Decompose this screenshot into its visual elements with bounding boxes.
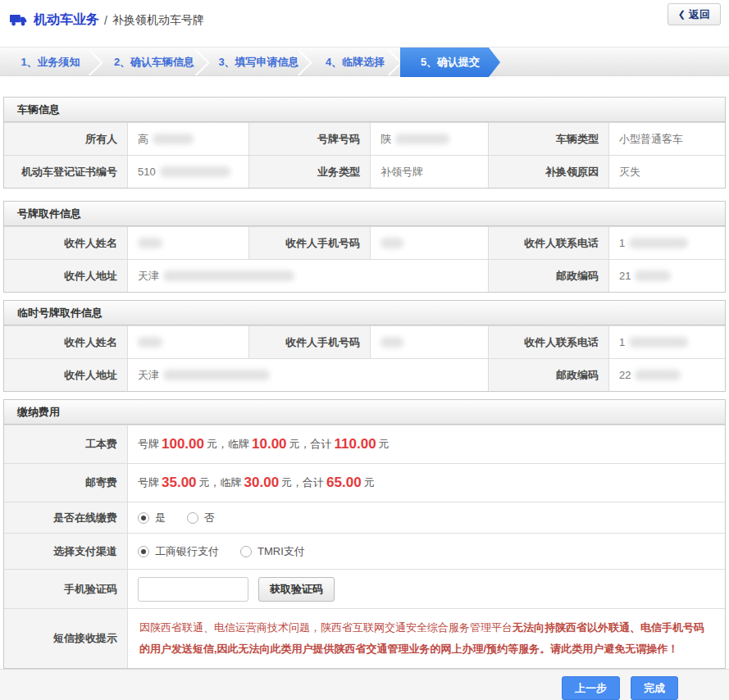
redacted-text xyxy=(160,166,230,177)
step-5-confirm-submit[interactable]: 5、确认提交 xyxy=(400,48,500,77)
step-2-confirm-vehicle[interactable]: 2、确认车辆信息 xyxy=(101,48,207,77)
temp-recipient-mobile-value xyxy=(370,326,488,358)
table-row: 收件人地址 天津 邮政编码 22 xyxy=(4,358,725,391)
registration-cert-value: 510 xyxy=(127,156,248,188)
temp-recipient-name-value xyxy=(127,326,248,358)
redacted-text xyxy=(163,270,294,281)
temp-postage-amount: 30.00 xyxy=(242,475,282,491)
radio-checked-icon[interactable] xyxy=(138,546,149,557)
pay-channel-options: 工商银行支付 TMRI支付 xyxy=(127,534,725,569)
redacted-text xyxy=(380,337,403,348)
online-pay-yes-option[interactable]: 是 xyxy=(138,511,166,525)
redacted-text xyxy=(635,370,681,380)
table-row: 选择支付渠道 工商银行支付 TMRI支付 xyxy=(4,533,725,569)
recipient-name-value xyxy=(127,227,248,259)
plate-number-value: 陕 xyxy=(370,123,488,155)
reason-label: 补换领原因 xyxy=(488,156,608,188)
temp-recipient-mobile-label: 收件人手机号码 xyxy=(248,326,370,358)
temp-recipient-address-label: 收件人地址 xyxy=(4,359,127,391)
registration-cert-label: 机动车登记证书编号 xyxy=(4,156,127,188)
fees-section: 缴纳费用 工本费 号牌100.00元，临牌10.00元，合计110.00元 邮寄… xyxy=(3,399,726,669)
sms-code-input[interactable] xyxy=(138,577,248,602)
page-header: 机动车业务 / 补换领机动车号牌 ❮ 返回 xyxy=(0,0,729,33)
recipient-mobile-label: 收件人手机号码 xyxy=(248,227,370,259)
table-row: 收件人姓名 收件人手机号码 收件人联系电话 1 xyxy=(4,226,725,259)
page-title: 补换领机动车号牌 xyxy=(112,13,204,28)
vehicle-type-value: 小型普通客车 xyxy=(608,123,725,155)
redacted-text xyxy=(153,134,194,144)
table-row: 是否在线缴费 是 否 xyxy=(4,502,725,533)
step-3-fill-application[interactable]: 3、填写申请信息 xyxy=(207,48,310,77)
table-row: 邮寄费 号牌35.00元，临牌30.00元，合计65.00元 xyxy=(4,463,725,502)
temp-recipient-phone-value: 1 xyxy=(608,326,725,358)
table-row: 手机验证码 获取验证码 xyxy=(4,569,725,608)
temp-recipient-name-label: 收件人姓名 xyxy=(4,326,127,358)
get-code-button[interactable]: 获取验证码 xyxy=(258,577,335,602)
plate-cost-amount: 100.00 xyxy=(159,436,207,452)
sms-tip-label: 短信接收提示 xyxy=(4,609,127,668)
table-row: 机动车登记证书编号 510 业务类型 补领号牌 补换领原因 灭失 xyxy=(4,155,725,188)
business-type-label: 业务类型 xyxy=(248,156,370,188)
step-4-temp-plate[interactable]: 4、临牌选择 xyxy=(310,48,400,77)
table-row: 所有人 高 号牌号码 陕 车辆类型 小型普通客车 xyxy=(4,122,725,155)
cost-fee-value: 号牌100.00元，临牌10.00元，合计110.00元 xyxy=(127,425,725,463)
cost-fee-label: 工本费 xyxy=(4,425,127,463)
temp-cost-amount: 10.00 xyxy=(249,436,289,452)
radio-unchecked-icon[interactable] xyxy=(240,546,252,557)
temp-zip-code-value: 22 xyxy=(608,359,725,391)
table-row: 收件人地址 天津 邮政编码 21 xyxy=(4,259,725,292)
owner-label: 所有人 xyxy=(4,123,127,155)
step-1-business-notice[interactable]: 1、业务须知 xyxy=(0,48,101,77)
redacted-text xyxy=(138,238,162,248)
redacted-text xyxy=(395,134,449,144)
redacted-text xyxy=(635,270,671,281)
truck-icon xyxy=(10,13,28,27)
recipient-phone-value: 1 xyxy=(608,227,725,259)
temp-zip-code-label: 邮政编码 xyxy=(488,359,608,391)
plate-delivery-title: 号牌取件信息 xyxy=(4,202,725,226)
table-row: 短信接收提示 因陕西省联通、电信运营商技术问题，陕西省互联网交通安全综合服务管理… xyxy=(4,608,725,668)
redacted-text xyxy=(138,337,162,348)
step-bar: 1、业务须知 2、确认车辆信息 3、填写申请信息 4、临牌选择 5、确认提交 xyxy=(0,47,729,76)
plate-delivery-section: 号牌取件信息 收件人姓名 收件人手机号码 收件人联系电话 1 收件人地址 天津 … xyxy=(3,201,726,293)
back-button[interactable]: ❮ 返回 xyxy=(667,3,721,25)
vehicle-type-label: 车辆类型 xyxy=(488,123,608,155)
fees-title: 缴纳费用 xyxy=(4,400,725,425)
postage-fee-value: 号牌35.00元，临牌30.00元，合计65.00元 xyxy=(127,464,725,502)
business-type-value: 补领号牌 xyxy=(370,156,488,188)
footer-bar: 上一步 完成 xyxy=(0,669,729,700)
app-title: 机动车业务 xyxy=(34,11,99,29)
recipient-phone-label: 收件人联系电话 xyxy=(488,227,608,259)
redacted-text xyxy=(629,337,688,348)
breadcrumb-divider: / xyxy=(104,14,107,27)
redacted-text xyxy=(629,238,688,248)
total-cost-amount: 110.00 xyxy=(332,436,379,452)
back-chevron-icon: ❮ xyxy=(678,9,686,20)
finish-button[interactable]: 完成 xyxy=(631,676,678,700)
radio-checked-icon[interactable] xyxy=(138,512,149,524)
zip-code-label: 邮政编码 xyxy=(488,260,608,292)
total-postage-amount: 65.00 xyxy=(324,475,364,491)
temp-recipient-phone-label: 收件人联系电话 xyxy=(488,326,608,358)
recipient-address-label: 收件人地址 xyxy=(4,260,127,292)
previous-step-button[interactable]: 上一步 xyxy=(562,676,620,700)
online-pay-no-option[interactable]: 否 xyxy=(187,511,215,525)
table-row: 工本费 号牌100.00元，临牌10.00元，合计110.00元 xyxy=(4,425,725,463)
pay-channel-tmri-option[interactable]: TMRI支付 xyxy=(240,544,305,559)
radio-unchecked-icon[interactable] xyxy=(187,512,198,524)
pay-channel-icbc-option[interactable]: 工商银行支付 xyxy=(138,544,219,559)
sms-tip-text: 因陕西省联通、电信运营商技术问题，陕西省互联网交通安全综合服务管理平台无法向持陕… xyxy=(127,609,725,668)
sms-code-field: 获取验证码 xyxy=(127,570,725,608)
temp-plate-delivery-section: 临时号牌取件信息 收件人姓名 收件人手机号码 收件人联系电话 1 收件人地址 天… xyxy=(3,300,726,392)
plate-postage-amount: 35.00 xyxy=(159,475,199,491)
zip-code-value: 21 xyxy=(608,260,725,292)
online-pay-options: 是 否 xyxy=(127,502,725,533)
owner-value: 高 xyxy=(127,123,248,155)
sms-code-label: 手机验证码 xyxy=(4,570,127,608)
plate-number-label: 号牌号码 xyxy=(248,123,370,155)
vehicle-info-section: 车辆信息 所有人 高 号牌号码 陕 车辆类型 小型普通客车 机动车登记证书编号 … xyxy=(3,97,726,189)
recipient-address-value: 天津 xyxy=(127,260,488,292)
temp-plate-delivery-title: 临时号牌取件信息 xyxy=(4,301,725,325)
temp-recipient-address-value: 天津 xyxy=(127,359,488,391)
redacted-text xyxy=(163,370,270,380)
